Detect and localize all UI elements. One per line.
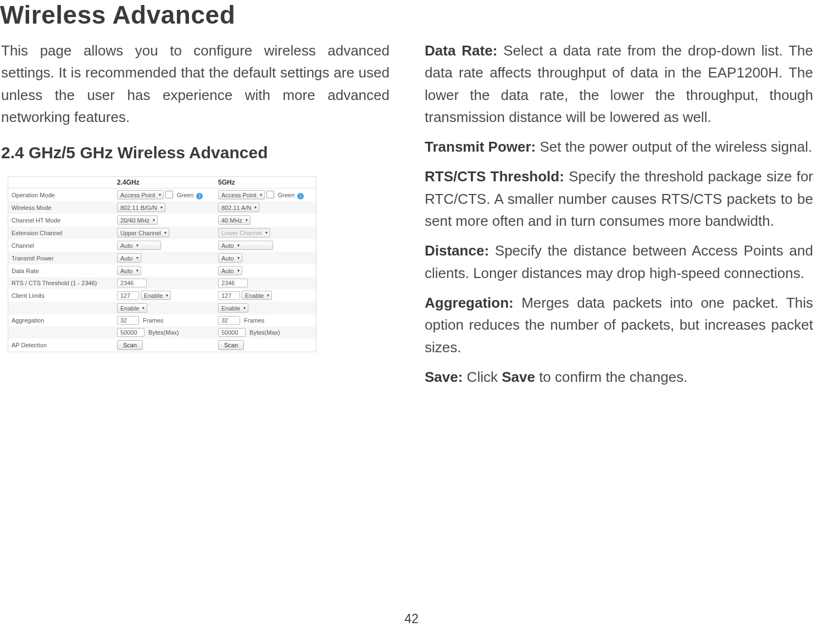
def-rts-cts: RTS/CTS Threshold: Specify the threshold… <box>425 165 813 232</box>
operation-mode-5-select[interactable]: Access Point ▾ <box>218 190 265 199</box>
label-wireless-mode: Wireless Mode <box>8 201 114 214</box>
wireless-mode-24-select[interactable]: 802.11 B/G/N▾ <box>117 203 165 212</box>
channel-5-select[interactable]: Auto▾ <box>218 241 273 250</box>
col-header-24ghz: 2.4GHz <box>114 177 215 188</box>
chevron-down-icon: ▾ <box>160 206 163 210</box>
data-rate-24-select[interactable]: Auto▾ <box>117 266 141 275</box>
client-limits-24-enable-value: Enable <box>144 292 163 299</box>
def-data-rate: Data Rate: Select a data rate from the d… <box>425 40 813 128</box>
wireless-mode-5-value: 802.11 A/N <box>221 204 251 211</box>
chevron-down-icon: ▾ <box>237 256 240 260</box>
ext-channel-24-value: Upper Channel <box>120 230 161 236</box>
aggregation-24-bytes-input[interactable]: 50000 <box>117 328 144 337</box>
green-24-checkbox[interactable] <box>165 191 173 198</box>
section-heading: 2.4 GHz/5 GHz Wireless Advanced <box>1 143 390 162</box>
wireless-mode-24-value: 802.11 B/G/N <box>120 204 157 211</box>
row-operation-mode: Operation Mode Access Point ▾ Green i <box>8 188 316 202</box>
label-extension-channel: Extension Channel <box>8 226 114 239</box>
chevron-down-icon: ▾ <box>254 206 257 210</box>
aggregation-24-frames-input[interactable]: 32 <box>117 316 139 325</box>
rts-24-input[interactable]: 2346 <box>117 279 147 287</box>
intro-paragraph: This page allows you to configure wirele… <box>1 40 390 128</box>
channel-ht-24-value: 20/40 MHz <box>120 217 149 224</box>
client-limits-5-input[interactable]: 127 <box>218 291 240 300</box>
label-operation-mode: Operation Mode <box>8 188 114 202</box>
info-icon[interactable]: i <box>196 193 203 199</box>
row-transmit-power: Transmit Power Auto▾ Auto▾ <box>8 252 316 264</box>
aggregation-5-enable[interactable]: Enable▾ <box>218 303 248 313</box>
term-data-rate: Data Rate: <box>425 42 497 59</box>
def-transmit-power: Transmit Power: Set the power output of … <box>425 136 813 158</box>
text-save-pre: Click <box>463 369 502 385</box>
info-icon[interactable]: i <box>297 193 304 199</box>
term-save: Save: <box>425 369 463 385</box>
channel-24-value: Auto <box>120 242 133 249</box>
def-distance: Distance: Specify the distance between A… <box>425 240 813 284</box>
wireless-mode-5-select[interactable]: 802.11 A/N▾ <box>218 203 259 212</box>
rts-5-input[interactable]: 2346 <box>218 279 248 287</box>
term-rts-cts: RTS/CTS Threshold: <box>425 168 564 185</box>
transmit-power-5-select[interactable]: Auto▾ <box>218 253 242 263</box>
ext-channel-5-select: Lower Channel▾ <box>218 228 270 237</box>
row-wireless-mode: Wireless Mode 802.11 B/G/N▾ 802.11 A/N▾ <box>8 201 316 214</box>
ext-channel-5-value: Lower Channel <box>221 230 262 236</box>
row-extension-channel: Extension Channel Upper Channel▾ Lower C… <box>8 226 316 239</box>
page-number: 42 <box>0 612 823 626</box>
row-aggregation-bytes: 50000 Bytes(Max) 50000 Bytes(Max) <box>8 326 316 338</box>
aggregation-5-bytes-input[interactable]: 50000 <box>218 328 246 337</box>
chevron-down-icon: ▾ <box>265 231 268 235</box>
label-channel: Channel <box>8 239 114 252</box>
aggregation-24-enable-value: Enable <box>120 305 139 312</box>
bytes-unit-24: Bytes(Max) <box>148 329 179 336</box>
row-aggregation-frames: Aggregation 32 Frames 32 Frames <box>8 314 316 326</box>
frames-unit-24: Frames <box>143 317 163 324</box>
transmit-power-5-value: Auto <box>221 255 234 262</box>
operation-mode-5-value: Access Point <box>221 192 257 198</box>
aggregation-5-frames-input[interactable]: 32 <box>218 316 240 325</box>
channel-ht-5-select[interactable]: 40 MHz▾ <box>218 215 251 225</box>
right-column: Data Rate: Select a data rate from the d… <box>425 40 813 396</box>
chevron-down-icon: ▾ <box>136 256 138 260</box>
aggregation-24-enable[interactable]: Enable▾ <box>117 303 147 313</box>
label-ap-detection: AP Detection <box>8 338 114 352</box>
page-title: Wireless Advanced <box>0 0 823 30</box>
ext-channel-24-select[interactable]: Upper Channel▾ <box>117 228 169 237</box>
transmit-power-24-value: Auto <box>120 255 133 262</box>
chevron-down-icon: ▾ <box>142 306 144 310</box>
chevron-down-icon: ▾ <box>237 243 240 248</box>
frames-unit-5: Frames <box>244 317 264 324</box>
chevron-down-icon: ▾ <box>246 218 248 223</box>
chevron-down-icon: ▾ <box>164 231 166 235</box>
green-5-label: Green <box>278 192 295 198</box>
def-aggregation: Aggregation: Merges data packets into on… <box>425 292 813 358</box>
aggregation-5-enable-value: Enable <box>221 305 240 312</box>
chevron-down-icon: ▾ <box>136 243 138 248</box>
client-limits-24-enable[interactable]: Enable▾ <box>141 291 171 300</box>
row-rts-cts: RTS / CTS Threshold (1 - 2346) 2346 2346 <box>8 277 316 289</box>
channel-ht-24-select[interactable]: 20/40 MHz▾ <box>117 215 158 225</box>
client-limits-5-enable-value: Enable <box>245 292 264 299</box>
chevron-down-icon: ▾ <box>153 218 155 223</box>
chevron-down-icon: ▾ <box>243 306 246 310</box>
client-limits-5-enable[interactable]: Enable▾ <box>242 291 272 300</box>
scan-5-button[interactable]: Scan <box>218 340 244 350</box>
left-column: This page allows you to configure wirele… <box>1 40 390 396</box>
transmit-power-24-select[interactable]: Auto▾ <box>117 253 141 263</box>
channel-ht-5-value: 40 MHz <box>221 217 242 224</box>
channel-5-value: Auto <box>221 242 234 249</box>
label-channel-ht-mode: Channel HT Mode <box>8 214 114 226</box>
chevron-down-icon: ▾ <box>237 269 240 273</box>
label-rts-cts: RTS / CTS Threshold (1 - 2346) <box>8 277 114 289</box>
data-rate-5-select[interactable]: Auto▾ <box>218 266 242 275</box>
chevron-down-icon: ▾ <box>136 269 138 273</box>
scan-24-button[interactable]: Scan <box>117 340 143 350</box>
operation-mode-24-value: Access Point <box>120 192 155 198</box>
client-limits-24-input[interactable]: 127 <box>117 291 139 300</box>
chevron-down-icon: ▾ <box>260 193 262 197</box>
data-rate-5-value: Auto <box>221 268 234 274</box>
channel-24-select[interactable]: Auto▾ <box>117 241 161 250</box>
green-5-checkbox[interactable] <box>266 191 274 198</box>
term-save-bold: Save <box>502 369 535 385</box>
operation-mode-24-select[interactable]: Access Point ▾ <box>117 190 164 199</box>
green-24-label: Green <box>177 192 194 198</box>
